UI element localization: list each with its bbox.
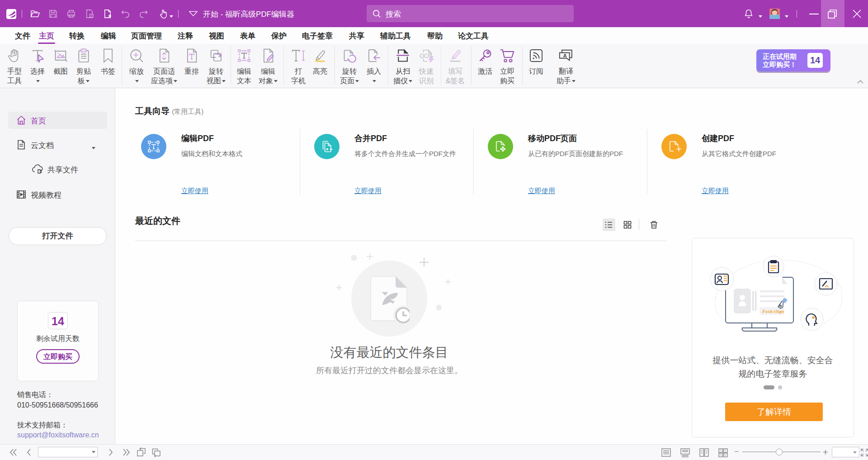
svg-text:Foxit eSign: Foxit eSign [762,309,784,314]
svg-text:A: A [563,53,567,58]
